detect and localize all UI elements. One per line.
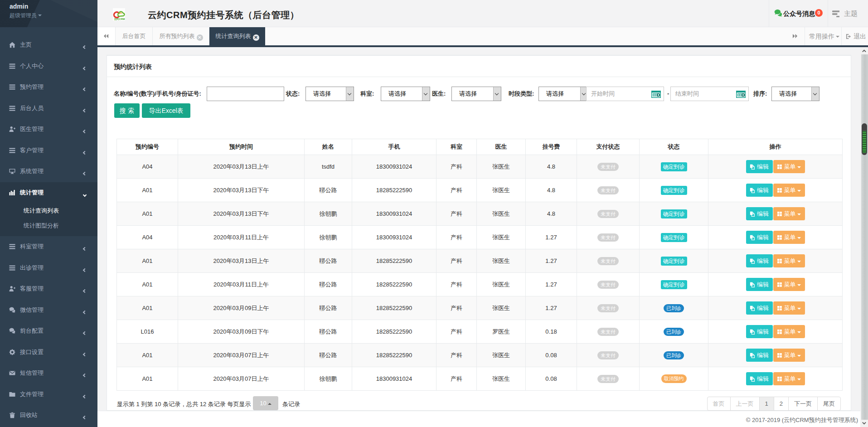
svg-text:云约CRM: 云约CRM	[114, 18, 125, 21]
